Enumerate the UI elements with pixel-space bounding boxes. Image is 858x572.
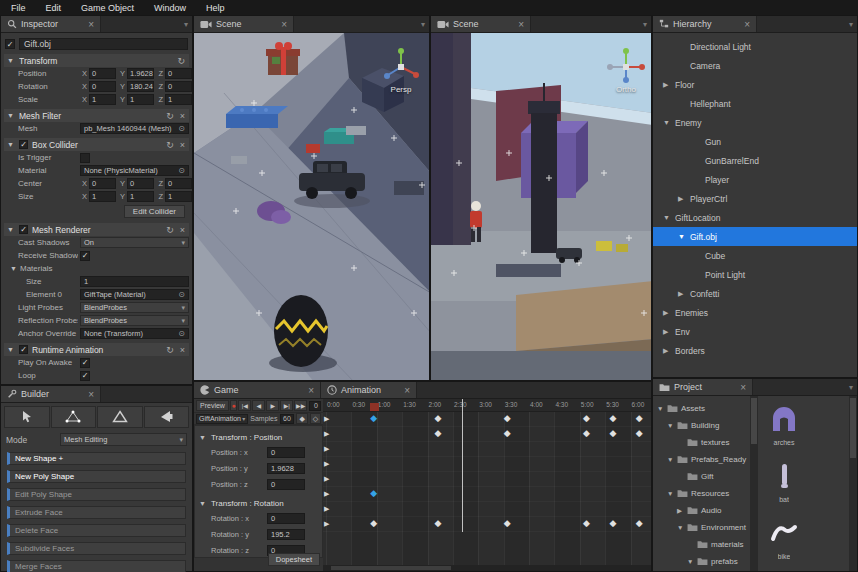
- reset-icon[interactable]: ↻: [165, 111, 175, 121]
- project-folder-prefabs-ready[interactable]: ▼Prefabs_Ready: [653, 451, 750, 468]
- foldout-icon[interactable]: ▼: [678, 233, 686, 240]
- property-group-transform-position[interactable]: ▼Transform : Position: [195, 430, 322, 444]
- size-y-field[interactable]: 1: [127, 191, 154, 202]
- size-x-field[interactable]: 1: [89, 191, 116, 202]
- face-mode-button[interactable]: [144, 406, 190, 428]
- add-keyframe-button[interactable]: ◆: [296, 413, 307, 424]
- hierarchy-item-hellephant[interactable]: Hellephant: [653, 94, 857, 113]
- hierarchy-item-camera[interactable]: Camera: [653, 56, 857, 75]
- hierarchy-item-confetti[interactable]: ▶Confetti: [653, 284, 857, 303]
- foldout-icon[interactable]: ▼: [10, 265, 18, 272]
- panel-menu-icon[interactable]: ▾: [421, 20, 429, 29]
- dopesheet-area[interactable]: ▶▶▶▶▶▶▶▶◆◆◆◆◆◆◆◆◆◆◆◆◆◆◆◆◆◆: [323, 412, 651, 565]
- active-checkbox[interactable]: ✓: [5, 39, 15, 49]
- tab-scene-right[interactable]: Scene ×: [431, 16, 531, 32]
- mesh-filter-header[interactable]: ▼ Mesh Filter ↻ ×: [4, 109, 189, 122]
- tab-animation[interactable]: Animation ×: [321, 382, 417, 398]
- clip-dropdown[interactable]: GiftAnimation▾: [196, 414, 248, 424]
- reset-icon[interactable]: ↻: [176, 56, 186, 66]
- center-z-field[interactable]: 0: [165, 178, 192, 189]
- hierarchy-item-enemies[interactable]: ▶Enemies: [653, 303, 857, 322]
- keyframe[interactable]: ◆: [370, 519, 377, 528]
- project-folder-materials[interactable]: materials: [653, 536, 750, 553]
- foldout-icon[interactable]: ▼: [687, 558, 694, 565]
- foldout-icon[interactable]: ▼: [677, 524, 684, 531]
- project-folder-building[interactable]: ▼Building: [653, 417, 750, 434]
- panel-menu-icon[interactable]: ▾: [184, 20, 192, 29]
- scrollbar-thumb[interactable]: [850, 398, 856, 458]
- mesh-renderer-header[interactable]: ▼ ✓ Mesh Renderer ↻ ×: [4, 223, 189, 236]
- tab-hierarchy[interactable]: Hierarchy ×: [653, 16, 757, 32]
- reflection-probes-dropdown[interactable]: BlendProbes▾: [80, 315, 189, 326]
- remove-icon[interactable]: ×: [179, 225, 186, 235]
- light-probes-dropdown[interactable]: BlendProbes▾: [80, 302, 189, 313]
- foldout-icon[interactable]: ▼: [7, 141, 15, 148]
- hierarchy-item-gunbarrelend[interactable]: GunBarrelEnd: [653, 151, 857, 170]
- scrollbar-thumb[interactable]: [751, 398, 757, 444]
- remove-icon[interactable]: ×: [179, 345, 186, 355]
- keyframe[interactable]: ◆: [609, 519, 616, 528]
- vertex-mode-button[interactable]: [51, 406, 97, 428]
- transport-button-1[interactable]: ◀: [252, 400, 265, 411]
- keyframe-selected[interactable]: ◆: [370, 489, 377, 498]
- foldout-icon[interactable]: ▼: [657, 405, 664, 412]
- hierarchy-item-point-light[interactable]: Point Light: [653, 265, 857, 284]
- menu-item-window[interactable]: Window: [145, 3, 195, 13]
- hierarchy-item-floor[interactable]: ▶Floor: [653, 75, 857, 94]
- hierarchy-item-enemy[interactable]: ▼Enemy: [653, 113, 857, 132]
- size-z-field[interactable]: 1: [165, 191, 192, 202]
- remove-icon[interactable]: ×: [179, 111, 186, 121]
- enabled-checkbox[interactable]: ✓: [19, 140, 28, 149]
- project-folder-environment[interactable]: ▼Environment: [653, 519, 750, 536]
- keyframe-selected[interactable]: ◆: [370, 414, 377, 423]
- rotation-z-field[interactable]: 0: [165, 81, 192, 92]
- foldout-icon[interactable]: ▶: [663, 328, 671, 336]
- menu-item-file[interactable]: File: [2, 3, 35, 13]
- scale-z-field[interactable]: 1: [165, 94, 192, 105]
- position-y-field[interactable]: 1.96281: [127, 68, 154, 79]
- object-picker-icon[interactable]: ⊙: [178, 329, 185, 338]
- rotation-x-field[interactable]: 0: [267, 513, 305, 524]
- close-icon[interactable]: ×: [300, 385, 314, 396]
- mode-dropdown[interactable]: Mesh Editing▾: [60, 433, 187, 446]
- rotation-y-field[interactable]: 195.2: [267, 529, 305, 540]
- foldout-icon[interactable]: ▼: [663, 119, 671, 126]
- hierarchy-item-env[interactable]: ▶Env: [653, 322, 857, 341]
- asset-grid-scrollbar[interactable]: [849, 396, 857, 571]
- panel-menu-icon[interactable]: ▾: [849, 383, 857, 392]
- foldout-icon[interactable]: ▶: [663, 81, 671, 89]
- enabled-checkbox[interactable]: ✓: [19, 225, 28, 234]
- object-picker-icon[interactable]: ⊙: [178, 290, 185, 299]
- reset-icon[interactable]: ↻: [165, 225, 175, 235]
- object-picker-icon[interactable]: ⊙: [178, 166, 185, 175]
- keyframe[interactable]: ◆: [636, 519, 643, 528]
- hierarchy-item-playerctrl[interactable]: ▶PlayerCtrl: [653, 189, 857, 208]
- center-x-field[interactable]: 0: [89, 178, 116, 189]
- asset-arches[interactable]: arches: [761, 402, 807, 459]
- panel-menu-icon[interactable]: ▾: [643, 20, 651, 29]
- hierarchy-item-directional-light[interactable]: Directional Light: [653, 37, 857, 56]
- keyframe[interactable]: ◆: [609, 429, 616, 438]
- close-icon[interactable]: ×: [80, 19, 94, 30]
- panel-menu-icon[interactable]: ▾: [849, 20, 857, 29]
- foldout-icon[interactable]: ▼: [199, 500, 207, 507]
- rotation-x-field[interactable]: 0: [89, 81, 116, 92]
- close-icon[interactable]: ×: [510, 19, 524, 30]
- rotation-y-field[interactable]: 180.241: [127, 81, 154, 92]
- play-on-awake-checkbox[interactable]: ✓: [80, 358, 90, 368]
- foldout-icon[interactable]: ▶: [677, 507, 684, 515]
- foldout-icon[interactable]: ▼: [667, 456, 674, 463]
- hierarchy-item-borders[interactable]: ▶Borders: [653, 341, 857, 360]
- mesh-field[interactable]: pb_Mesh 1460944 (Mesh)⊙: [80, 123, 189, 134]
- keyframe[interactable]: ◆: [636, 429, 643, 438]
- project-folder-gift[interactable]: Gift: [653, 468, 750, 485]
- tab-project[interactable]: Project ×: [653, 379, 753, 395]
- projection-label[interactable]: Ortho: [604, 85, 648, 94]
- keyframe[interactable]: ◆: [504, 429, 511, 438]
- preview-button[interactable]: Preview: [196, 400, 229, 411]
- position-x-field[interactable]: 0: [267, 447, 305, 458]
- tab-builder[interactable]: Builder ×: [1, 386, 101, 402]
- projection-label[interactable]: Persp: [379, 85, 423, 94]
- project-tree-scrollbar[interactable]: [750, 396, 758, 571]
- tab-scene-left[interactable]: Scene ×: [194, 16, 294, 32]
